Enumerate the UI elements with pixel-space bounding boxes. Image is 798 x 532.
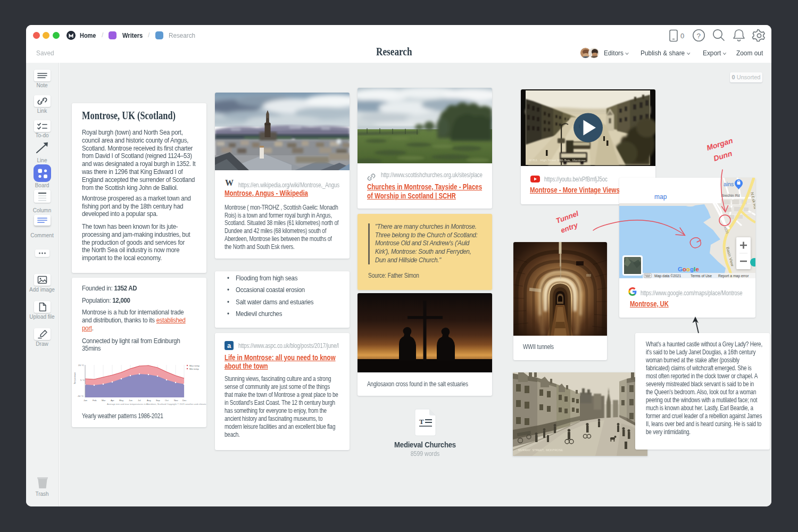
svg-text:Dunn: Dunn	[712, 149, 733, 163]
svg-text:20 °C: 20 °C	[78, 364, 84, 367]
svg-text:T: T	[419, 418, 424, 426]
svg-text:Nov: Nov	[174, 399, 178, 402]
svg-text:Max temp: Max temp	[189, 364, 200, 367]
svg-text:G: G	[678, 266, 683, 272]
svg-text:o: o	[683, 266, 686, 272]
svg-text:Oct: Oct	[165, 399, 169, 402]
svg-text:May: May	[119, 399, 124, 402]
svg-text:g: g	[690, 266, 694, 272]
svg-text:Jun: Jun	[129, 399, 133, 402]
svg-text:Jul: Jul	[138, 399, 141, 402]
svg-text:0: 0	[680, 32, 684, 40]
svg-text:Report a map error: Report a map error	[718, 274, 749, 278]
svg-text:o: o	[686, 266, 690, 272]
svg-text:5 °C: 5 °C	[80, 379, 85, 381]
svg-text:Map data ©2021: Map data ©2021	[654, 274, 681, 278]
svg-text:Average min and max temperatur: Average min and max temperatures in Aber…	[107, 403, 206, 405]
svg-text:Dec: Dec	[182, 399, 187, 402]
svg-text:Mar: Mar	[102, 399, 106, 402]
svg-text:e: e	[696, 266, 699, 272]
svg-text:Feb: Feb	[93, 399, 97, 402]
svg-text:Terms of Use: Terms of Use	[691, 274, 712, 278]
svg-text:Sep: Sep	[156, 399, 160, 402]
svg-text:Min temp: Min temp	[189, 368, 199, 370]
svg-text:Aug: Aug	[147, 399, 151, 402]
svg-text:-10 °C: -10 °C	[77, 395, 84, 397]
svg-text:?: ?	[697, 32, 701, 40]
svg-text:MURRAY STREET, MONTROSE: MURRAY STREET, MONTROSE	[518, 448, 563, 452]
svg-text:Temperature: Temperature	[73, 372, 76, 384]
svg-text:Apr: Apr	[111, 399, 114, 402]
svg-text:Jan: Jan	[84, 399, 88, 402]
